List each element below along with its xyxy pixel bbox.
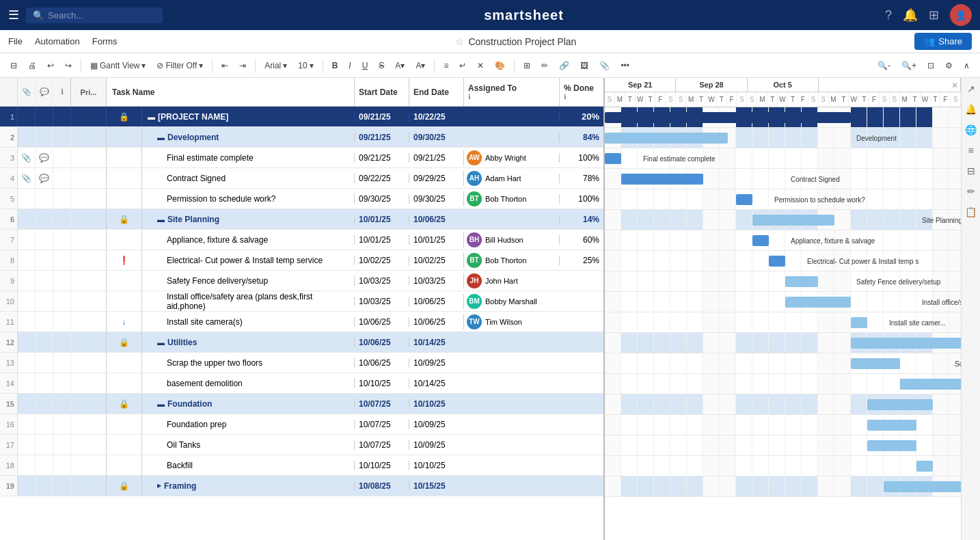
print-button[interactable]: 🖨 xyxy=(23,58,41,73)
zoom-in-button[interactable]: 🔍+ xyxy=(897,58,921,73)
sidebar-menu-icon[interactable]: ≡ xyxy=(968,145,973,156)
start-date-cell[interactable]: 10/08/25 xyxy=(354,481,409,491)
table-row[interactable]: 9Safety Fence delivery/setup10/03/2510/0… xyxy=(0,271,603,291)
table-row[interactable]: 7Appliance, fixture & salvage10/01/2510/… xyxy=(0,230,603,250)
collapse-icon[interactable]: ▬ xyxy=(157,215,165,224)
end-date-cell[interactable]: 10/02/25 xyxy=(409,256,463,265)
table-row[interactable]: 15🔒▬Foundation10/07/2510/10/25 xyxy=(0,394,603,414)
zoom-out-button[interactable]: 🔍- xyxy=(873,58,895,73)
notifications-icon[interactable]: 🔔 xyxy=(903,8,918,23)
gantt-bar[interactable] xyxy=(605,112,851,123)
end-date-cell[interactable]: 10/09/25 xyxy=(409,358,463,368)
table-row[interactable]: 11↓Install site camera(s)10/06/2510/06/2… xyxy=(0,312,603,332)
pct-done-cell[interactable]: 25% xyxy=(559,256,603,265)
grid-toggle-button[interactable]: ⊟ xyxy=(5,58,22,73)
close-button[interactable]: ✕ xyxy=(951,81,958,90)
task-name-cell[interactable]: Scrap the upper two floors xyxy=(142,358,354,368)
start-date-cell[interactable]: 10/03/25 xyxy=(354,276,409,286)
pct-done-cell[interactable]: 20% xyxy=(559,111,603,122)
table-row[interactable]: 12🔒▬Utilities10/06/2510/14/25 xyxy=(0,332,603,353)
start-date-cell[interactable]: 10/06/25 xyxy=(354,338,409,347)
text-color-button[interactable]: A▾ xyxy=(411,58,430,73)
font-selector[interactable]: Arial ▾ xyxy=(260,58,292,73)
link-button[interactable]: 🔗 xyxy=(554,58,574,73)
task-name-cell[interactable]: Safety Fence delivery/setup xyxy=(142,276,354,286)
share-button[interactable]: 👥 Share xyxy=(914,33,972,50)
end-date-cell[interactable]: 09/30/25 xyxy=(409,194,463,204)
avatar[interactable]: 👤 xyxy=(950,4,972,26)
highlight-button[interactable]: A▾ xyxy=(390,58,409,73)
collapse-icon[interactable]: ▬ xyxy=(157,400,165,408)
gantt-bar[interactable] xyxy=(884,481,961,492)
end-date-cell[interactable]: 10/14/25 xyxy=(409,379,463,388)
attach-button[interactable]: 📎 xyxy=(595,58,614,73)
table-row[interactable]: 13Scrap the upper two floors10/06/2510/0… xyxy=(0,353,603,373)
task-name-cell[interactable]: ▬Development xyxy=(142,133,354,142)
sidebar-edit-icon[interactable]: ✏ xyxy=(967,186,975,197)
task-name-cell[interactable]: ▬Foundation xyxy=(142,399,354,409)
task-name-cell[interactable]: Permission to schedule work? xyxy=(142,194,354,204)
bold-button[interactable]: B xyxy=(327,58,343,73)
assigned-to-cell[interactable]: TWTim Wilson xyxy=(463,314,559,329)
start-date-cell[interactable]: 10/07/25 xyxy=(354,440,409,450)
align-button[interactable]: ≡ xyxy=(439,58,453,73)
pct-done-cell[interactable]: 84% xyxy=(559,133,603,142)
end-date-cell[interactable]: 10/03/25 xyxy=(409,276,463,286)
task-name-cell[interactable]: Contract Signed xyxy=(142,174,354,183)
end-date-cell[interactable]: 10/14/25 xyxy=(409,338,463,347)
start-date-cell[interactable]: 09/30/25 xyxy=(354,194,409,204)
start-date-cell[interactable]: 10/07/25 xyxy=(354,399,409,409)
task-name-cell[interactable]: ▸Framing xyxy=(142,481,354,491)
indent-increase-button[interactable]: ⇥ xyxy=(234,58,251,73)
indent-decrease-button[interactable]: ⇤ xyxy=(217,58,233,73)
gantt-bar[interactable] xyxy=(605,133,728,144)
gantt-bar[interactable] xyxy=(867,440,916,451)
view-selector[interactable]: ▦ Gantt View ▾ xyxy=(85,58,150,73)
gantt-bar[interactable] xyxy=(752,235,769,246)
table-view-button[interactable]: ⊞ xyxy=(519,58,535,73)
pct-done-cell[interactable]: 60% xyxy=(559,235,603,245)
gantt-bar[interactable] xyxy=(900,379,961,390)
task-name-cell[interactable]: ▬[PROJECT NAME] xyxy=(142,112,354,122)
assigned-to-cell[interactable]: BHBill Hudson xyxy=(463,232,559,247)
task-name-cell[interactable]: Install site camera(s) xyxy=(142,317,354,327)
end-date-cell[interactable]: 10/10/25 xyxy=(409,461,463,470)
end-date-cell[interactable]: 10/06/25 xyxy=(409,297,463,306)
gantt-bar[interactable] xyxy=(867,399,933,410)
end-date-cell[interactable]: 09/21/25 xyxy=(409,153,463,163)
end-date-cell[interactable]: 10/09/25 xyxy=(409,440,463,450)
start-date-cell[interactable]: 09/21/25 xyxy=(354,153,409,163)
assigned-to-cell[interactable]: JHJohn Hart xyxy=(463,273,559,288)
end-date-cell[interactable]: 10/09/25 xyxy=(409,420,463,429)
task-name-cell[interactable]: Install office/safety area (plans desk,f… xyxy=(142,292,354,311)
gantt-bar[interactable] xyxy=(916,461,933,472)
table-row[interactable]: 1🔒▬[PROJECT NAME]09/21/2510/22/2520% xyxy=(0,107,603,127)
image-button[interactable]: 🖼 xyxy=(575,58,593,73)
table-row[interactable]: 3📎💬Final estimate complete09/21/2509/21/… xyxy=(0,148,603,168)
collapse-icon[interactable]: ▬ xyxy=(157,133,165,141)
gantt-bar[interactable] xyxy=(851,358,900,369)
assigned-to-cell[interactable]: BMBobby Marshall xyxy=(463,294,559,309)
sidebar-notifications-icon[interactable]: 🔔 xyxy=(965,104,977,115)
task-name-cell[interactable]: Final estimate complete xyxy=(142,153,354,163)
assigned-to-cell[interactable]: BTBob Thorton xyxy=(463,253,559,268)
table-row[interactable]: 19🔒▸Framing10/08/2510/15/25 xyxy=(0,476,603,496)
format-button[interactable]: 🎨 xyxy=(490,58,510,73)
sidebar-clipboard-icon[interactable]: 📋 xyxy=(965,206,977,217)
italic-button[interactable]: I xyxy=(344,58,355,73)
task-name-cell[interactable]: basement demolition xyxy=(142,379,354,388)
filter-button[interactable]: ⊘ Filter Off ▾ xyxy=(152,58,208,73)
hamburger-icon[interactable]: ☰ xyxy=(8,8,19,23)
gantt-bar[interactable] xyxy=(867,420,916,431)
end-date-cell[interactable]: 10/10/25 xyxy=(409,399,463,409)
end-date-cell[interactable]: 09/29/25 xyxy=(409,174,463,183)
pct-done-cell[interactable]: 78% xyxy=(559,174,603,183)
start-date-cell[interactable]: 10/07/25 xyxy=(354,420,409,429)
gantt-bar[interactable] xyxy=(851,338,961,349)
menu-forms[interactable]: Forms xyxy=(92,36,118,46)
table-row[interactable]: 17Oil Tanks10/07/2510/09/25 xyxy=(0,435,603,455)
table-row[interactable]: 16Foundation prep10/07/2510/09/25 xyxy=(0,414,603,435)
gantt-bar[interactable] xyxy=(851,317,867,328)
assigned-to-cell[interactable]: AWAbby Wright xyxy=(463,150,559,165)
task-name-cell[interactable]: Electrical- Cut power & Install temp ser… xyxy=(142,256,354,265)
